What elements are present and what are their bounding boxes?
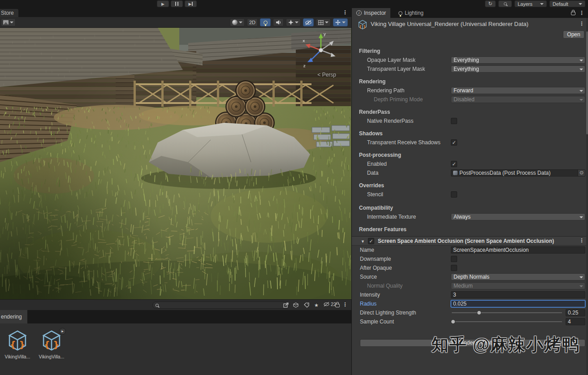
step-button[interactable]: ▶	[185, 0, 197, 7]
post-data-object-field[interactable]: PostProcessData (Post Process Data) ⊙	[451, 169, 585, 177]
axis-y-cone[interactable]	[319, 33, 323, 38]
intermediate-texture-dropdown[interactable]: Always	[451, 213, 585, 220]
ssao-downsample-label: Downsample	[360, 255, 391, 263]
rendering-path-row: Rendering Path Forward	[352, 86, 588, 95]
slider-handle[interactable]	[451, 319, 455, 324]
lightbulb-icon	[264, 21, 268, 25]
left-panel: Store ⋮ 2D	[0, 8, 351, 375]
asset-item[interactable]: ▸ VikingVilla...	[37, 329, 66, 359]
ssao-after-opaque-checkbox[interactable]	[451, 265, 457, 271]
tab-lighting[interactable]: Lighting	[394, 8, 428, 18]
open-button[interactable]: Open	[563, 30, 584, 39]
ssao-direct-lighting-label: Direct Lighting Strength	[360, 309, 416, 317]
ssao-normal-quality-label: Normal Quality	[367, 282, 402, 290]
scene-lighting-toggle[interactable]	[260, 18, 271, 26]
transparent-receive-shadows-checkbox[interactable]: ✓	[451, 139, 457, 146]
gizmo-center[interactable]	[319, 48, 323, 52]
hidden-count-indicator[interactable]: 22	[324, 302, 336, 307]
scene-visibility-toggle[interactable]	[303, 18, 314, 26]
depth-priming-dropdown: Disabled	[451, 96, 585, 103]
post-enabled-checkbox[interactable]: ✓	[451, 161, 457, 167]
direct-lighting-value-field[interactable]	[566, 309, 585, 316]
expand-badge-icon[interactable]: ▸	[59, 328, 66, 335]
grid-settings-dropdown[interactable]	[316, 18, 331, 26]
native-renderpass-label: Native RenderPass	[367, 117, 413, 125]
slider-handle[interactable]	[477, 310, 481, 315]
opaque-layer-mask-row: Opaque Layer Mask Everything	[352, 56, 588, 64]
ssao-enabled-checkbox[interactable]: ✓	[368, 238, 374, 244]
ssao-source-value: Depth Normals	[454, 274, 489, 280]
scene-orientation-gizmo[interactable]: y x z	[300, 30, 342, 71]
camera-settings-dropdown[interactable]	[333, 18, 348, 26]
ssao-name-field[interactable]	[451, 246, 585, 254]
project-content[interactable]: VikingVilla... ▸ VikingVilla...	[0, 323, 351, 375]
lock-icon[interactable]	[335, 304, 340, 307]
tab-store[interactable]: Store	[0, 9, 18, 17]
header-menu-icon[interactable]: ⋮	[579, 21, 584, 27]
tab-inspector[interactable]: Inspector	[352, 8, 390, 18]
ssao-downsample-checkbox[interactable]	[451, 256, 457, 262]
ssao-name-label: Name	[360, 246, 374, 254]
ssao-radius-field[interactable]	[451, 300, 585, 307]
foldout-icon[interactable]: ▼	[361, 239, 365, 244]
rendering-path-value: Forward	[454, 87, 473, 94]
inspector-header: Viking Village Universal_Renderer (Unive…	[352, 18, 588, 30]
ssao-feature-header[interactable]: ▼ ✓ Screen Space Ambient Occlusion (Scre…	[352, 236, 588, 246]
ssao-intensity-field[interactable]	[451, 291, 585, 298]
search-input[interactable]	[161, 302, 286, 308]
effects-dropdown[interactable]	[286, 18, 301, 26]
layout-dropdown[interactable]: Default	[549, 0, 585, 7]
axis-x-cone[interactable]	[306, 44, 311, 48]
axis-back-cone[interactable]	[331, 53, 336, 57]
project-panel-menu-icon[interactable]: ⋮	[342, 302, 348, 308]
scene-audio-toggle[interactable]	[273, 18, 284, 26]
rendering-path-dropdown[interactable]: Forward	[451, 87, 585, 94]
sample-count-slider[interactable]	[451, 318, 585, 325]
slider-track[interactable]	[452, 312, 562, 313]
global-search-button[interactable]	[498, 0, 512, 7]
toolbar-right-controls: ↻ Layers Default	[485, 0, 585, 7]
axis-back-cone[interactable]	[329, 41, 333, 46]
asset-label: VikingVilla...	[3, 354, 32, 359]
favorites-button[interactable]: ★	[313, 302, 320, 309]
scrollbar-thumb[interactable]	[586, 31, 588, 134]
shading-mode-dropdown[interactable]	[230, 18, 245, 26]
layers-dropdown[interactable]: Layers	[514, 0, 547, 7]
scene-viewport[interactable]: y x z < Persp	[0, 28, 351, 299]
scene-3d-render[interactable]	[0, 28, 351, 299]
grid-icon	[318, 20, 324, 25]
sample-count-value-field[interactable]	[566, 318, 585, 325]
asset-item[interactable]: VikingVilla...	[3, 329, 32, 359]
ssao-menu-icon[interactable]: ⋮	[579, 237, 584, 244]
native-renderpass-checkbox[interactable]	[451, 118, 457, 124]
inspector-lock-icon[interactable]	[571, 12, 575, 15]
view-options-dropdown[interactable]	[1, 18, 16, 26]
scene-panel-menu-icon[interactable]: ⋮	[342, 9, 348, 16]
tab-rendering[interactable]: endering	[0, 310, 27, 323]
inspector-scrollbar[interactable]	[586, 18, 588, 375]
inspector-menu-icon[interactable]: ⋮	[579, 10, 584, 16]
section-renderer-features: Renderer Features	[359, 225, 406, 233]
ssao-direct-lighting-row: Direct Lighting Strength	[352, 309, 588, 317]
search-by-type-button[interactable]	[292, 302, 299, 309]
undo-history-button[interactable]: ↻	[485, 0, 496, 7]
slider-track[interactable]	[452, 321, 562, 322]
opaque-layer-mask-dropdown[interactable]: Everything	[451, 56, 585, 64]
play-button[interactable]: ▶	[157, 0, 169, 7]
project-search-field[interactable]	[152, 302, 290, 309]
pause-button[interactable]	[171, 0, 183, 7]
transparent-layer-mask-row: Transparent Layer Mask Everything	[352, 65, 588, 73]
mode-2d-toggle[interactable]: 2D	[247, 18, 258, 26]
inspector-tabbar: Inspector Lighting ⋮	[352, 8, 588, 18]
transparent-layer-mask-dropdown[interactable]: Everything	[451, 65, 585, 73]
perspective-mode-label[interactable]: < Persp	[317, 72, 336, 78]
axis-y-label: y	[324, 31, 326, 36]
object-picker-icon[interactable]: ⊙	[578, 170, 585, 176]
ssao-source-dropdown[interactable]: Depth Normals	[451, 273, 585, 280]
stencil-checkbox[interactable]	[451, 191, 457, 198]
open-asset-button[interactable]	[282, 302, 290, 309]
move-gizmo-icon	[335, 20, 341, 25]
intermediate-texture-label: Intermediate Texture	[367, 213, 416, 221]
direct-lighting-slider[interactable]	[451, 309, 585, 316]
search-by-label-button[interactable]	[303, 302, 310, 309]
